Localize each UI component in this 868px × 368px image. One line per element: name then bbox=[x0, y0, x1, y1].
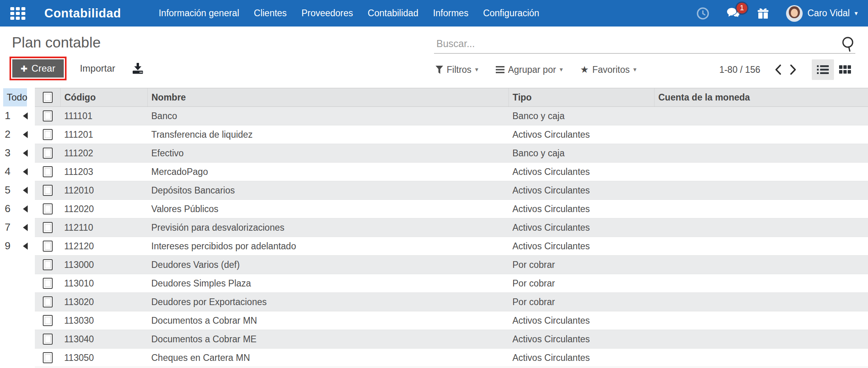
row-checkbox[interactable] bbox=[43, 222, 53, 233]
export-download-icon[interactable] bbox=[132, 63, 144, 74]
favorites-dropdown[interactable]: ★ Favoritos ▾ bbox=[580, 64, 636, 75]
cell-moneda bbox=[654, 256, 868, 274]
sidebar-item-todo[interactable]: Todo bbox=[3, 88, 27, 106]
cell-tipo: Activos Circulantes bbox=[508, 200, 654, 218]
view-switcher bbox=[812, 59, 856, 80]
table-row[interactable]: 113040Documentos a Cobrar MEActivos Circ… bbox=[35, 330, 868, 349]
row-checkbox[interactable] bbox=[43, 129, 53, 140]
row-select-cell bbox=[35, 330, 60, 349]
header-nombre[interactable]: Nombre bbox=[147, 88, 508, 107]
odoo-accounting-window: Contabilidad Información general Cliente… bbox=[0, 0, 868, 368]
row-checkbox[interactable] bbox=[43, 352, 53, 363]
sidebar-group-item[interactable]: 1 bbox=[0, 106, 35, 125]
sidebar-group-item[interactable]: 4 bbox=[0, 162, 35, 181]
menu-item-informacion-general[interactable]: Información general bbox=[159, 8, 239, 19]
menu-item-informes[interactable]: Informes bbox=[433, 8, 468, 19]
triangle-left-icon[interactable] bbox=[23, 168, 28, 175]
menu-item-proveedores[interactable]: Proveedores bbox=[301, 8, 353, 19]
cell-tipo: Banco y caja bbox=[508, 144, 654, 163]
sidebar-group-item[interactable]: 9 bbox=[0, 237, 35, 255]
row-checkbox[interactable] bbox=[43, 334, 53, 345]
cell-codigo: 112110 bbox=[60, 218, 147, 237]
triangle-left-icon[interactable] bbox=[23, 243, 28, 250]
row-checkbox[interactable] bbox=[43, 110, 53, 121]
navbar-systray: 1 Caro Vidal ▾ bbox=[697, 5, 858, 22]
create-button[interactable]: ✚ Crear bbox=[12, 59, 64, 78]
triangle-left-icon[interactable] bbox=[23, 205, 28, 212]
menu-item-contabilidad[interactable]: Contabilidad bbox=[368, 8, 419, 19]
triangle-left-icon[interactable] bbox=[23, 131, 28, 138]
table-row[interactable]: 112020Valores PúblicosActivos Circulante… bbox=[35, 200, 868, 218]
triangle-left-icon[interactable] bbox=[23, 187, 28, 194]
header-tipo[interactable]: Tipo bbox=[508, 88, 654, 107]
search-input[interactable] bbox=[434, 35, 836, 50]
row-checkbox[interactable] bbox=[43, 241, 53, 252]
triangle-left-icon[interactable] bbox=[23, 224, 28, 231]
row-checkbox[interactable] bbox=[43, 296, 53, 307]
row-select-cell bbox=[35, 125, 60, 144]
menu-item-configuracion[interactable]: Configuración bbox=[483, 8, 539, 19]
table-header-row: Código Nombre Tipo Cuenta de la moneda bbox=[35, 88, 868, 107]
apps-grid-icon[interactable] bbox=[10, 7, 25, 20]
triangle-left-icon[interactable] bbox=[23, 150, 28, 157]
gift-icon[interactable] bbox=[758, 8, 769, 19]
cell-tipo: Por cobrar bbox=[508, 274, 654, 293]
table-row[interactable]: 112120Intereses percibidos por adelantad… bbox=[35, 237, 868, 256]
cell-tipo: Activos Circulantes bbox=[508, 311, 654, 330]
sidebar-group-item[interactable]: 5 bbox=[0, 181, 35, 199]
row-checkbox[interactable] bbox=[43, 185, 53, 196]
table-row[interactable]: 111201Transferencia de liquidezActivos C… bbox=[35, 125, 868, 144]
kanban-view-button[interactable] bbox=[834, 59, 856, 80]
table-row[interactable]: 113020Deudores por ExportacionesPor cobr… bbox=[35, 293, 868, 311]
import-button[interactable]: Importar bbox=[78, 59, 118, 78]
table-row[interactable]: 112110Previsión para desvalorizacionesAc… bbox=[35, 218, 868, 237]
list-icon bbox=[817, 65, 829, 74]
list-view-button[interactable] bbox=[812, 59, 834, 80]
cell-tipo: Banco y caja bbox=[508, 107, 654, 125]
cell-nombre: Documentos a Cobrar MN bbox=[147, 311, 508, 330]
select-all-checkbox[interactable] bbox=[43, 92, 53, 103]
row-checkbox[interactable] bbox=[43, 259, 53, 270]
cell-moneda bbox=[654, 163, 868, 181]
cell-nombre: Cheques en Cartera MN bbox=[147, 349, 508, 367]
row-checkbox[interactable] bbox=[43, 148, 53, 159]
header-cuenta-moneda[interactable]: Cuenta de la moneda bbox=[654, 88, 868, 107]
user-menu[interactable]: Caro Vidal ▾ bbox=[786, 5, 858, 22]
menu-item-clientes[interactable]: Clientes bbox=[254, 8, 287, 19]
cell-moneda bbox=[654, 181, 868, 200]
row-checkbox[interactable] bbox=[43, 278, 53, 289]
table-row[interactable]: 113010Deudores Simples PlazaPor cobrar bbox=[35, 274, 868, 293]
row-checkbox[interactable] bbox=[43, 315, 53, 326]
row-checkbox[interactable] bbox=[43, 203, 53, 214]
table-row[interactable]: 111203MercadoPagoActivos Circulantes bbox=[35, 163, 868, 181]
search-icon[interactable] bbox=[841, 36, 855, 54]
triangle-left-icon[interactable] bbox=[23, 112, 28, 120]
activities-clock-icon[interactable] bbox=[697, 7, 709, 20]
cell-moneda bbox=[654, 293, 868, 311]
messages-chat-icon[interactable]: 1 bbox=[727, 8, 740, 19]
group-by-dropdown[interactable]: Agrupar por ▾ bbox=[496, 64, 563, 75]
filters-dropdown[interactable]: Filtros ▾ bbox=[436, 64, 478, 75]
sidebar-group-item[interactable]: 6 bbox=[0, 199, 35, 218]
sidebar-group-item[interactable]: 3 bbox=[0, 144, 35, 162]
sidebar-group-item[interactable]: 2 bbox=[0, 125, 35, 144]
unread-count-badge: 1 bbox=[737, 3, 747, 13]
cell-codigo: 112020 bbox=[60, 200, 147, 218]
table-row[interactable]: 113000Deudores Varios (def)Por cobrar bbox=[35, 256, 868, 274]
cell-codigo: 112120 bbox=[60, 237, 147, 256]
pager-next-button[interactable] bbox=[790, 64, 796, 75]
sidebar-group-item[interactable]: 7 bbox=[0, 218, 35, 237]
table-row[interactable]: 113050Cheques en Cartera MNActivos Circu… bbox=[35, 349, 868, 367]
pager-previous-button[interactable] bbox=[775, 64, 781, 75]
row-checkbox[interactable] bbox=[43, 166, 53, 177]
cell-codigo: 113020 bbox=[60, 293, 147, 311]
star-icon: ★ bbox=[580, 65, 589, 74]
table-row[interactable]: 112010Depósitos BancariosActivos Circula… bbox=[35, 181, 868, 200]
header-codigo[interactable]: Código bbox=[60, 88, 147, 107]
row-select-cell bbox=[35, 274, 60, 293]
table-row[interactable]: 113030Documentos a Cobrar MNActivos Circ… bbox=[35, 311, 868, 330]
app-brand-title[interactable]: Contabilidad bbox=[44, 6, 121, 21]
table-row[interactable]: 111202EfectivoBanco y caja bbox=[35, 144, 868, 163]
top-navbar: Contabilidad Información general Cliente… bbox=[0, 0, 868, 27]
table-row[interactable]: 111101BancoBanco y caja bbox=[35, 107, 868, 125]
